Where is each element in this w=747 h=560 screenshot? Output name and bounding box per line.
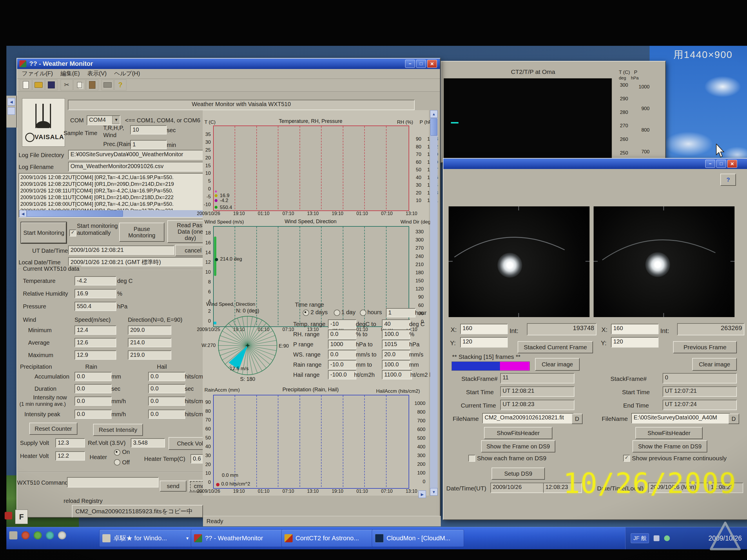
cut-icon[interactable]: ✂ <box>60 79 73 90</box>
show-fits-header-button-left[interactable]: ShowFitsHeader <box>484 427 552 439</box>
chevron-down-icon[interactable]: ▼ <box>112 115 120 124</box>
command-input[interactable] <box>67 477 159 487</box>
close-button[interactable]: ✕ <box>427 60 437 68</box>
y-field-right[interactable]: 120 <box>611 337 659 348</box>
temp-range-from[interactable]: -10 <box>328 319 356 329</box>
scroll-down-icon[interactable]: ▼ <box>430 488 438 496</box>
reset-counter-button[interactable]: Reset Counter <box>29 423 77 435</box>
log-line[interactable]: 2009/10/26 12:08:11UT[COM4] [0R1,Dn=214D… <box>20 194 214 201</box>
clear-image-button-left[interactable]: Clear image <box>535 358 580 371</box>
quick-launch-icon-5[interactable] <box>58 531 66 539</box>
previous-frame-button[interactable]: Previous Frame <box>673 341 737 353</box>
scroll-right-icon[interactable]: ▶ <box>418 490 426 498</box>
filename-field[interactable]: CM2_Oma20091026120821.fit <box>482 413 574 424</box>
minimize-button[interactable]: – <box>705 160 715 168</box>
hours-field[interactable]: 1 <box>386 308 416 317</box>
ut-datetime-field[interactable]: 2009/10/26 12:08:21 <box>68 245 174 255</box>
range-2days-radio[interactable] <box>303 310 309 316</box>
save-icon[interactable] <box>45 79 57 90</box>
copy-icon[interactable] <box>73 79 85 90</box>
ws-range-to[interactable]: 20.0 <box>382 350 410 359</box>
log-hscroll-thumb[interactable] <box>27 210 123 217</box>
show-frame-ds9-button-right[interactable]: Show the Frame on DS9 <box>633 440 707 452</box>
taskbar-button-weathermonitor[interactable]: ?? - WeatherMonitor <box>191 530 283 547</box>
taskbar-button-contct2[interactable]: ContCT2 for Astrono... <box>281 530 374 547</box>
quick-launch-icon-1[interactable] <box>9 531 18 539</box>
cloudmon-titlebar[interactable]: – □ ✕ <box>443 159 747 169</box>
log-hscrollbar[interactable]: ◀ ▶ <box>19 210 214 217</box>
x-field[interactable]: 160 <box>460 324 508 334</box>
x-field-right[interactable]: 160 <box>611 324 659 334</box>
new-icon[interactable] <box>20 79 32 90</box>
tray-icon-2[interactable] <box>664 535 670 541</box>
close-button[interactable]: ✕ <box>727 160 737 168</box>
menu-item[interactable]: ヘルプ(H) <box>113 69 141 78</box>
weather-vscrollbar[interactable]: ▲ ▼ <box>430 110 438 496</box>
paste-icon[interactable] <box>86 79 98 90</box>
maximize-button[interactable]: □ <box>716 160 726 168</box>
rain-range-from[interactable]: -10.0 <box>328 360 356 369</box>
hail-range-to[interactable]: 1100.0 <box>382 370 412 379</box>
allsky-image-left[interactable] <box>448 206 590 317</box>
minimize-button[interactable]: – <box>405 60 415 68</box>
heater-on-radio[interactable] <box>114 449 120 456</box>
print-icon[interactable] <box>102 79 114 90</box>
temp-range-to[interactable]: 40 <box>382 319 410 329</box>
weather-titlebar[interactable]: ?? - Weather Monitor – □ ✕ <box>17 58 440 69</box>
tray-icon-1[interactable] <box>654 535 660 541</box>
help-icon[interactable]: ? <box>114 79 126 90</box>
prec-interval-field[interactable]: 1 <box>130 140 167 149</box>
menu-item[interactable]: 表示(V) <box>86 69 108 78</box>
taskbar-button-cloudmon[interactable]: CloudMon - [CloudM... <box>372 530 464 547</box>
log-line[interactable]: 2009/10/26 12:08:22UT[COM4] [0R2,Ta=-4.2… <box>20 174 214 181</box>
hail-range-from[interactable]: -100.0 <box>328 370 356 379</box>
p-range-from[interactable]: 1000 <box>328 340 356 349</box>
desktop-file-chip[interactable]: F <box>15 510 28 524</box>
menu-item[interactable]: ファイル(F) <box>21 69 54 78</box>
y-field[interactable]: 120 <box>460 337 508 348</box>
rain-range-to[interactable]: 100.0 <box>382 360 410 369</box>
ws-range-from[interactable]: 0.0 <box>328 350 356 359</box>
clear-image-button-right[interactable]: Clear image <box>692 358 737 371</box>
log-listbox[interactable]: 2009/10/26 12:08:22UT[COM4] [0R2,Ta=-4.2… <box>19 173 223 218</box>
filename-field-right[interactable]: E:\00SiteSurveyData\000_A40M <box>631 413 730 424</box>
weather-vscroll-thumb[interactable] <box>430 118 437 136</box>
log-dir-field[interactable]: E:¥00SiteSurveyData¥000_WeatherMonitor <box>68 150 205 160</box>
quick-launch-icon-3[interactable] <box>34 531 42 539</box>
range-hours-radio[interactable] <box>360 310 366 316</box>
rh-range-from[interactable]: 0.0 <box>328 329 356 339</box>
scroll-up-icon[interactable]: ▲ <box>430 110 438 118</box>
tool-button[interactable] <box>7 107 15 115</box>
quick-launch-icon-4[interactable] <box>46 531 54 539</box>
com-select[interactable]: COM4 ▼ <box>87 115 120 125</box>
file-dialog-button-left[interactable]: D <box>571 414 583 424</box>
heater-off-radio[interactable] <box>114 459 120 465</box>
show-previous-frame-checkbox[interactable]: ✓ <box>623 455 630 462</box>
pause-monitoring-button[interactable]: Pause Monitoring <box>119 222 164 242</box>
taskbar-button-takkun[interactable]: 卓駆★ for Windo... ▼ <box>99 530 192 547</box>
menu-item[interactable]: 編集(E) <box>59 69 81 78</box>
show-each-frame-checkbox[interactable] <box>468 455 475 462</box>
show-fits-header-button-right[interactable]: ShowFitsHeader <box>635 427 703 439</box>
desktop-red-icon[interactable] <box>5 512 12 519</box>
scroll-left-icon[interactable]: ◀ <box>19 210 27 217</box>
quick-launch-icon-2[interactable] <box>22 531 30 539</box>
trhp-interval-field[interactable]: 10 <box>130 125 167 134</box>
send-button[interactable]: send <box>160 481 186 491</box>
allsky-image-right[interactable] <box>594 206 735 317</box>
auto-monitoring-checkbox[interactable]: ✓ <box>69 230 76 237</box>
back-arrow-icon[interactable]: ◀ <box>7 98 15 106</box>
help-button[interactable]: ? <box>720 174 736 186</box>
language-bar[interactable]: JF 般 <box>631 533 649 543</box>
open-icon[interactable] <box>32 79 45 90</box>
log-line[interactable]: 2009/10/26 12:08:11UT[COM4] [0R2,Ta=-4.2… <box>20 188 214 194</box>
log-line[interactable]: 2009/10/26 12:08:00UT[COM4] [0R2,Ta=-4.2… <box>20 201 214 208</box>
file-dialog-button-right[interactable]: D <box>728 414 739 424</box>
show-frame-ds9-button-left[interactable]: Show the Frame on DS9 <box>481 440 555 452</box>
chevron-down-icon[interactable]: ▼ <box>185 536 189 540</box>
reset-intensity-button[interactable]: Reset Intensity <box>93 424 143 436</box>
p-range-to[interactable]: 1015 <box>382 340 410 349</box>
start-monitoring-button[interactable]: Start Monitoring <box>21 222 67 243</box>
maximize-button[interactable]: □ <box>416 60 426 68</box>
stacked-current-frame-button[interactable]: Stacked Current Frame <box>518 341 593 353</box>
